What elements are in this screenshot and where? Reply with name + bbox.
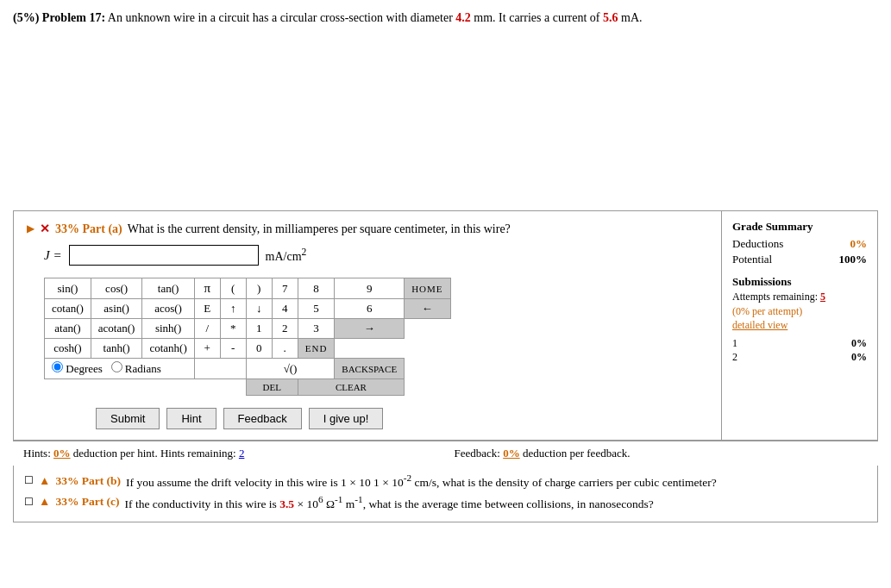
potential-val: 100%	[839, 253, 868, 266]
calc-end[interactable]: END	[298, 339, 335, 359]
part-c-warn-icon: ▲	[39, 495, 50, 509]
problem-current: 5.6	[603, 11, 618, 24]
hints-pct[interactable]: 0%	[53, 447, 71, 460]
calc-0[interactable]: 0	[246, 339, 272, 359]
problem-desc: An unknown wire in a circuit has a circu…	[108, 11, 453, 24]
part-b-label: 33% Part (b)	[55, 474, 121, 488]
calc-backspace[interactable]: BACKSPACE	[335, 359, 405, 379]
degrees-radio[interactable]	[52, 361, 63, 372]
answer-input[interactable]	[69, 245, 259, 266]
calc-7[interactable]: 7	[272, 278, 298, 299]
left-panel: ▶ ✕ 33% Part (a) What is the current den…	[14, 211, 722, 440]
sub1-num: 1	[732, 337, 737, 350]
calc-atan[interactable]: atan()	[45, 319, 91, 339]
calc-multiply[interactable]: *	[220, 319, 246, 339]
calc-spacer	[45, 379, 247, 396]
part-a-question: What is the current density, in milliamp…	[128, 222, 511, 236]
sub2-val: 0%	[851, 351, 867, 364]
hints-remaining[interactable]: 2	[239, 447, 245, 460]
calc-pi[interactable]: π	[194, 278, 220, 299]
calc-minus[interactable]: -	[220, 339, 246, 359]
sub-rows: 1 0% 2 0%	[732, 337, 867, 364]
feedback-label: Feedback:	[455, 447, 500, 460]
part-b-checkbox: ☐	[24, 474, 34, 487]
attempts-row: Attempts remaining: 5	[732, 291, 867, 303]
radians-label[interactable]: Radians	[111, 362, 161, 375]
empty-space	[13, 34, 878, 206]
calc-empty1	[194, 359, 246, 379]
calc-sinh[interactable]: sinh()	[142, 319, 194, 339]
potential-label: Potential	[732, 253, 772, 266]
detailed-link[interactable]: detailed view	[732, 319, 787, 331]
part-a-percent: 33% Part (a)	[55, 222, 122, 236]
unit-label: mA/cm2	[266, 247, 307, 264]
part-b-row: ☐ ▲ 33% Part (b) If you assume the drift…	[24, 472, 867, 490]
degrees-label[interactable]: Degrees	[52, 362, 105, 375]
problem-diameter: 4.2	[455, 11, 471, 24]
calc-9[interactable]: 9	[335, 278, 405, 299]
submit-button[interactable]: Submit	[96, 408, 160, 429]
calc-clear[interactable]: CLEAR	[298, 379, 404, 396]
calc-6[interactable]: 6	[335, 299, 405, 319]
calculator: sin() cos() tan() π ( ) 7 8 9 HOME cotan…	[44, 278, 708, 396]
part-b-warn-icon: ▲	[39, 474, 50, 488]
calc-e[interactable]: E	[194, 299, 220, 319]
calc-tanh[interactable]: tanh()	[91, 339, 142, 359]
calc-home[interactable]: HOME	[405, 278, 450, 299]
calc-cotan[interactable]: cotan()	[45, 299, 91, 319]
calc-1[interactable]: 1	[246, 319, 272, 339]
problem-header: (5%) Problem 17: An unknown wire in a ci…	[13, 9, 878, 27]
feedback-button[interactable]: Feedback	[223, 408, 302, 429]
calc-cosh[interactable]: cosh()	[45, 339, 91, 359]
grade-summary-title: Grade Summary	[732, 220, 867, 234]
calc-3[interactable]: 3	[298, 319, 335, 339]
j-label: J =	[44, 248, 62, 263]
calc-cos[interactable]: cos()	[91, 278, 142, 299]
calc-open-paren[interactable]: (	[220, 278, 246, 299]
calc-down[interactable]: ↓	[246, 299, 272, 319]
per-attempt: (0% per attempt)	[732, 305, 867, 318]
calc-sin[interactable]: sin()	[45, 278, 91, 299]
sub1-val: 0%	[851, 337, 867, 350]
radians-radio[interactable]	[111, 361, 122, 372]
feedback-bar: Hints: 0% deduction per hint. Hints rema…	[13, 441, 878, 466]
part-c-checkbox: ☐	[24, 496, 34, 509]
calc-acotan[interactable]: acotan()	[91, 319, 142, 339]
part-b-text: If you assume the drift velocity in this…	[126, 472, 717, 490]
calc-del[interactable]: DEL	[246, 379, 298, 396]
hints-section: Hints: 0% deduction per hint. Hints rema…	[23, 447, 437, 460]
calc-5[interactable]: 5	[298, 299, 335, 319]
give-up-button[interactable]: I give up!	[309, 408, 384, 429]
calc-asin[interactable]: asin()	[91, 299, 142, 319]
calc-cotanh[interactable]: cotanh()	[142, 339, 194, 359]
problem-diameter-unit: mm. It carries a current of	[474, 11, 599, 24]
main-content: ▶ ✕ 33% Part (a) What is the current den…	[13, 210, 878, 441]
calc-8[interactable]: 8	[298, 278, 335, 299]
feedback-text: deduction per feedback.	[523, 447, 631, 460]
calc-2[interactable]: 2	[272, 319, 298, 339]
potential-row: Potential 100%	[732, 253, 867, 266]
calc-sqrt[interactable]: √()	[246, 359, 335, 379]
feedback-pct[interactable]: 0%	[503, 447, 520, 460]
calc-dot[interactable]: .	[272, 339, 298, 359]
calc-close-paren[interactable]: )	[246, 278, 272, 299]
calc-up[interactable]: ↑	[220, 299, 246, 319]
calc-plus[interactable]: +	[194, 339, 220, 359]
hint-button[interactable]: Hint	[166, 408, 216, 429]
part-c-text: If the conductivity in this wire is 3.5 …	[125, 494, 654, 511]
sub2-num: 2	[732, 351, 737, 364]
attempts-val[interactable]: 5	[820, 291, 825, 303]
calc-left[interactable]: ←	[405, 299, 450, 319]
right-panel: Grade Summary Deductions 0% Potential 10…	[722, 211, 877, 440]
part-a-header: ▶ ✕ 33% Part (a) What is the current den…	[27, 222, 708, 236]
calc-right[interactable]: →	[335, 319, 405, 339]
deductions-row: Deductions 0%	[732, 237, 867, 251]
parts-section: ☐ ▲ 33% Part (b) If you assume the drift…	[13, 466, 878, 522]
part-c-sigma: 3.5	[279, 497, 294, 510]
page-container: (5%) Problem 17: An unknown wire in a ci…	[0, 0, 891, 531]
calc-divide[interactable]: /	[194, 319, 220, 339]
calc-tan[interactable]: tan()	[142, 278, 194, 299]
calc-4[interactable]: 4	[272, 299, 298, 319]
deductions-label: Deductions	[732, 237, 783, 251]
calc-acos[interactable]: acos()	[142, 299, 194, 319]
